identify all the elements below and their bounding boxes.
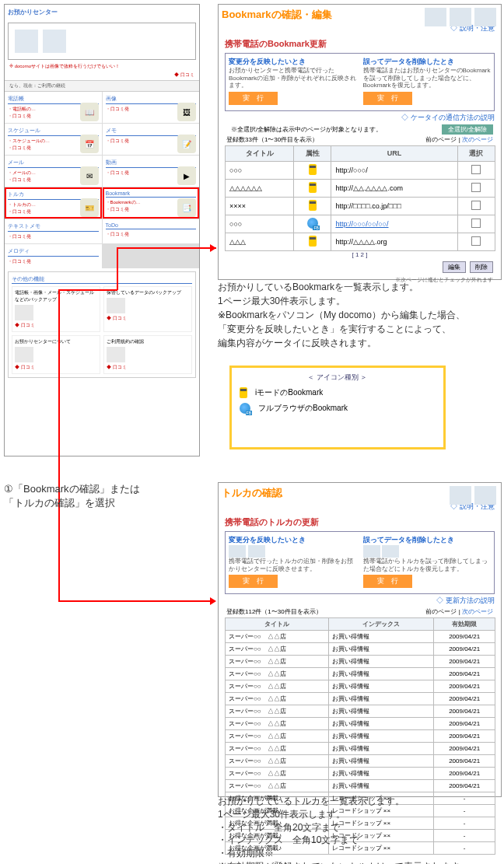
category-title: Bookmark xyxy=(106,191,197,198)
restore-diagram-icon xyxy=(382,545,399,558)
category-link[interactable]: ・口コミ発 xyxy=(8,233,99,240)
cell-title: スーパー○○ △△店 xyxy=(226,780,329,792)
cell-select xyxy=(457,179,495,197)
cell-index: お買い得情報 xyxy=(328,743,434,755)
legend-imode-label: iモードのBookmark xyxy=(255,387,323,398)
select-checkbox[interactable] xyxy=(471,201,481,210)
table-row: ××××http://□□□□.co.jp/□□□ xyxy=(226,197,495,215)
category-cell[interactable]: トルカ・トルカの…・口コミ発🎫 xyxy=(5,187,102,219)
cell-title: ○○○ xyxy=(226,215,294,233)
url-link[interactable]: http://○○○/○○/○○/ xyxy=(335,220,388,228)
next-page-link[interactable]: 次のページ xyxy=(462,608,493,615)
cell-index: お買い得情報 xyxy=(328,730,434,743)
other-sub[interactable]: 電話帳・画像・メール・スケジュールなどのバックアップ◆ 口コミ xyxy=(12,286,100,332)
cell-title: スーパー○○ △△店 xyxy=(226,668,329,680)
pager-bottom[interactable]: [ 1 2 ] xyxy=(222,251,498,258)
cell-title: スーパー○○ △△店 xyxy=(226,743,329,755)
category-cell[interactable]: メール・メールの…・口コミ発✉ xyxy=(5,156,102,187)
th-attr[interactable]: 属性 xyxy=(294,145,331,161)
cell-expiry: 2009/04/21 xyxy=(434,780,495,792)
cell-select xyxy=(457,161,495,179)
status-bar: なら、現在：ご利用の継続 xyxy=(5,80,199,92)
cell-attr xyxy=(294,233,331,250)
category-cell[interactable]: メロディ・口コミ発 xyxy=(5,244,102,268)
cell-title: スーパー○○ △△店 xyxy=(226,730,329,743)
cell-expiry: 2009/04/21 xyxy=(434,668,495,680)
imode-icon xyxy=(309,236,317,247)
table-row: スーパー○○ △△店お買い得情報2009/04/21 xyxy=(226,656,495,668)
cell-index: お買い得情報 xyxy=(328,631,434,643)
header-images xyxy=(450,486,496,505)
table-row: スーパー○○ △△店お買い得情報2009/04/21 xyxy=(226,643,495,656)
cell-select xyxy=(457,233,495,250)
cell-expiry: 2009/04/21 xyxy=(434,705,495,718)
record-count: 登録数33件（1〜30件目を表示） xyxy=(226,135,318,144)
category-link[interactable]: ・口コミ発 xyxy=(8,258,99,265)
cell-title: スーパー○○ △△店 xyxy=(226,631,329,643)
c3-l5: ・有効期限※ xyxy=(218,847,498,860)
category-title: メロディ xyxy=(8,247,99,257)
category-cell[interactable]: メモ・口コミ発📝 xyxy=(103,124,200,155)
caption-3: お預かりしているトルカを一覧表示します。 1ページ最大30件表示します。 ・タイ… xyxy=(218,795,498,864)
other-sub[interactable]: お預かりセンターについて◆ 口コミ xyxy=(12,335,100,374)
select-checkbox[interactable] xyxy=(471,165,481,174)
th-url[interactable]: URL xyxy=(331,145,457,161)
category-cell[interactable]: 電話帳・電話帳の…・口コミ発📖 xyxy=(5,92,102,123)
restore-run-button[interactable]: 実 行 xyxy=(363,575,412,588)
comm-method-link[interactable]: ◇ ケータイの通信方法の説明 xyxy=(225,113,495,123)
table-row: スーパー○○ △△店お買い得情報2009/04/21 xyxy=(226,730,495,743)
prev-page-link: 前のページ xyxy=(425,608,457,615)
cell-expiry: 2009/04/21 xyxy=(434,693,495,705)
select-checkbox[interactable] xyxy=(471,236,481,246)
select-checkbox[interactable] xyxy=(471,219,481,228)
select-checkbox[interactable] xyxy=(471,183,481,192)
sync-run-button[interactable]: 実 行 xyxy=(229,575,278,588)
banner-img-icon xyxy=(43,30,66,53)
other-sub[interactable]: ご利用規約の確認◆ 口コミ xyxy=(103,335,192,374)
other-sub[interactable]: 保管しているデータのバックアップ◆ 口コミ xyxy=(103,286,192,332)
category-icon: ✉ xyxy=(80,166,99,185)
th-title[interactable]: タイトル xyxy=(226,618,329,631)
category-cell[interactable]: 動画・口コミ発▶ xyxy=(103,156,200,187)
category-cell[interactable]: スケジュール・スケジュールの…・口コミ発📅 xyxy=(5,124,102,155)
cell-attr xyxy=(294,197,331,215)
table-row: スーパー○○ △△店お買い得情報2009/04/21 xyxy=(226,755,495,768)
cell-index: お買い得情報 xyxy=(328,693,434,705)
cell-expiry: 2009/04/21 xyxy=(434,718,495,730)
cell-select xyxy=(457,197,495,215)
category-cell[interactable]: 画像・口コミ発🖼 xyxy=(103,92,200,123)
th-index[interactable]: インデックス xyxy=(328,618,434,631)
cell-index: お買い得情報 xyxy=(328,668,434,680)
update-method-link[interactable]: ◇ 更新方法の説明 xyxy=(225,596,495,606)
category-cell[interactable]: ToDo・口コミ発 xyxy=(103,219,200,243)
c3-l4: ・インデックス 全角10文字まで xyxy=(218,834,498,847)
th-select[interactable]: 選択 xyxy=(457,145,495,161)
category-icon: 🖼 xyxy=(177,103,196,121)
cell-url: http://○○○/ xyxy=(331,161,457,179)
next-page-link[interactable]: 次のページ xyxy=(462,136,493,143)
category-icon: 📝 xyxy=(177,135,196,153)
restore-col-title: 誤ってデータを削除したとき xyxy=(363,535,492,545)
th-title[interactable]: タイトル xyxy=(226,145,294,161)
delete-button[interactable]: 削除 xyxy=(470,261,493,273)
imode-icon xyxy=(309,164,317,175)
edit-button[interactable]: 編集 xyxy=(443,261,466,273)
header-image-icon xyxy=(425,8,446,26)
th-expiry[interactable]: 有効期限 xyxy=(434,618,495,631)
more-link[interactable]: ◆ 口コミ xyxy=(9,72,194,79)
restore-diagram-icon xyxy=(363,545,380,558)
table-row: △△△http://△△△△.org xyxy=(226,233,495,250)
sync-run-button[interactable]: 実 行 xyxy=(229,92,278,105)
cell-index: お買い得情報 xyxy=(328,755,434,768)
category-cell[interactable]: テキストメモ・口コミ発 xyxy=(5,219,102,243)
select-all-button[interactable]: 全選択/全解除 xyxy=(442,124,493,135)
banner-img-icon xyxy=(15,30,38,53)
category-link[interactable]: ・口コミ発 xyxy=(106,231,197,238)
table-row: スーパー○○ △△店お買い得情報2009/04/21 xyxy=(226,693,495,705)
category-cell[interactable]: Bookmark・Bookmarkの…・口コミ発📑 xyxy=(103,187,200,219)
arrow-head-icon xyxy=(210,244,216,252)
header-image-icon xyxy=(474,486,496,505)
cell-attr xyxy=(294,215,331,233)
restore-run-button[interactable]: 実 行 xyxy=(363,92,412,105)
table-row: ○○○http://○○○/ xyxy=(226,161,495,179)
